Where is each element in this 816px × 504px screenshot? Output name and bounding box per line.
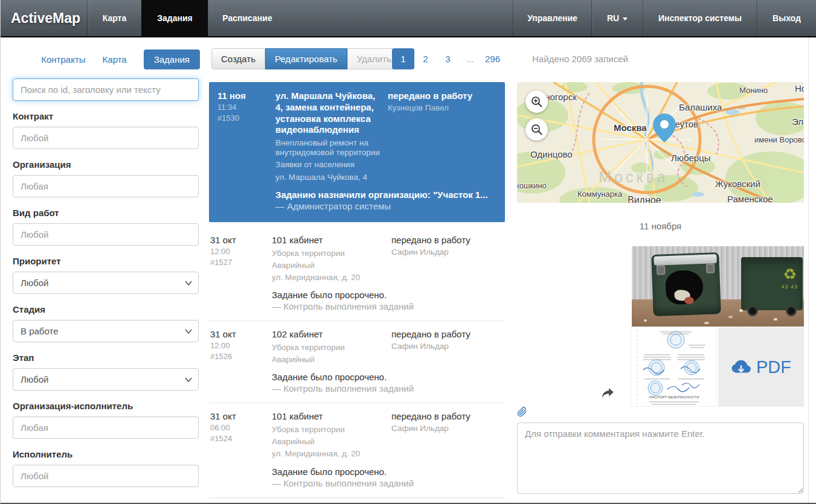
app-window: ActiveMap Карта Задания Расписание Управ… [0, 0, 816, 504]
task-detail-panel: расногорск Монино Но Балашиха Элект Реут… [517, 82, 804, 499]
map-zoom-in-button[interactable] [525, 91, 548, 113]
forward-arrow-icon[interactable] [602, 388, 614, 401]
task-address: ул. Меридианная, д. 20 [272, 273, 385, 282]
zoom-in-icon [531, 96, 543, 108]
filter-label-priority: Приоритет [13, 256, 199, 266]
map-label: Москва [599, 168, 668, 186]
edit-button[interactable]: Редактировать [265, 48, 347, 69]
nav-language-dropdown[interactable]: RU [591, 0, 643, 36]
section-switcher: Контракты Карта Задания [13, 48, 200, 70]
task-row-selected[interactable]: 11 ноя 11:34 #1530 ул. Маршала Чуйкова, … [209, 82, 505, 222]
executor-field[interactable] [13, 465, 199, 487]
task-time: 12:00 [210, 247, 266, 256]
priority-select[interactable]: Любой [13, 272, 199, 294]
task-work-type: Уборка территории [272, 425, 385, 435]
stage-value: В работе [21, 326, 59, 336]
attachment-document-scan[interactable]: ПАСПОРТ БЕЗОПАСНОСТИ [631, 327, 716, 407]
task-title: 101 кабинет [272, 411, 385, 423]
page-last[interactable]: 296 [481, 48, 504, 69]
task-date-cell: 31 окт 12:00 #1527 [210, 235, 266, 282]
photo-tipped-dumpster [651, 252, 721, 316]
task-status-cell: передано в работу Кузнецов Павел [388, 91, 496, 182]
task-last-event: Задание было просрочено. [272, 372, 504, 382]
work-type-field[interactable] [13, 223, 199, 246]
task-main-cell: 101 кабинет Уборка территории Аварийный … [272, 411, 385, 459]
attachment-pdf[interactable]: PDF [718, 327, 804, 407]
nav-logout[interactable]: Выход [757, 0, 816, 36]
task-event-author: — Контроль выполнения заданий [272, 301, 504, 311]
task-status: передано в работу [391, 235, 504, 245]
page-3[interactable]: 3 [437, 48, 459, 69]
attachment-photo-dumpsters[interactable]: ♻ 43 43 [632, 246, 804, 327]
nav-tab-map[interactable]: Карта [87, 0, 141, 36]
create-button[interactable]: Создать [211, 48, 265, 69]
filter-label-organization: Организация [13, 159, 199, 170]
task-row[interactable]: 31 окт 06:00 #1524 101 кабинет Уборка те… [209, 403, 505, 497]
photo-dumpster: ♻ 43 43 [741, 257, 803, 310]
page-2[interactable]: 2 [414, 48, 437, 69]
task-work-type: Уборка территории [272, 249, 385, 258]
filter-label-stage: Стадия [13, 304, 199, 314]
photo-bin-code: 43 43 [781, 284, 798, 290]
task-status-cell: передано в работу Сафин Ильдар [391, 329, 504, 365]
task-status: передано в работу [391, 329, 504, 339]
stage-select[interactable]: В работе [13, 320, 199, 342]
recycle-icon: ♻ [783, 266, 797, 283]
tab-tasks-active[interactable]: Задания [144, 49, 200, 69]
contract-field[interactable] [13, 127, 199, 149]
task-event-author: — Администратор системы [275, 201, 496, 211]
task-time: 12:00 [210, 341, 266, 350]
task-priority: Заявки от населения [275, 160, 382, 170]
task-date: 31 окт [210, 329, 266, 339]
nav-tab-management[interactable]: Управление [513, 0, 591, 36]
task-last-event: Задание было просрочено. [272, 290, 504, 300]
feed-date-separator: 11 ноября [517, 221, 804, 231]
document-scan-preview: ПАСПОРТ БЕЗОПАСНОСТИ [631, 328, 716, 407]
task-time: 06:00 [210, 423, 266, 432]
organization-field[interactable] [13, 175, 199, 197]
app-logo: ActiveMap [11, 0, 80, 36]
nav-user-menu[interactable]: Инспектор системы [643, 0, 757, 36]
filter-sidebar: Контракт Организация Вид работ Приоритет… [13, 78, 199, 504]
attach-file-paperclip-icon[interactable] [517, 407, 527, 419]
task-assignee: Кузнецов Павел [388, 103, 496, 112]
task-number: #1524 [210, 434, 266, 443]
task-title: 102 кабинет [272, 329, 385, 340]
map-zoom-out-button[interactable] [525, 118, 548, 141]
task-main-cell: ул. Маршала Чуйкова, 4, замена контейнер… [275, 91, 382, 182]
task-priority: Аварийный [272, 261, 385, 270]
task-priority: Аварийный [272, 355, 385, 365]
link-contracts[interactable]: Контракты [41, 54, 85, 65]
task-status: передано в работу [388, 91, 496, 101]
page-1[interactable]: 1 [392, 48, 414, 69]
task-date-cell: 31 окт 06:00 #1524 [210, 411, 266, 459]
task-event-author: — Контроль выполнения заданий [272, 478, 504, 488]
svg-text:ПАСПОРТ БЕЗОПАСНОСТИ: ПАСПОРТ БЕЗОПАСНОСТИ [649, 395, 699, 399]
nav-tab-schedule[interactable]: Расписание [208, 0, 286, 36]
search-input[interactable] [13, 78, 199, 101]
task-number: #1526 [210, 352, 266, 361]
task-date: 31 окт [210, 235, 266, 245]
page-ellipsis: ... [459, 48, 481, 69]
task-date-cell: 31 окт 12:00 #1526 [210, 329, 266, 365]
comment-input[interactable] [517, 423, 804, 494]
task-number: #1530 [217, 113, 269, 123]
task-priority: Аварийный [272, 437, 385, 447]
link-map[interactable]: Карта [103, 54, 127, 65]
task-event-author: — Контроль выполнения заданий [272, 383, 504, 394]
task-main-cell: 102 кабинет Уборка территории Аварийный [272, 329, 385, 365]
task-status: передано в работу [391, 411, 504, 421]
map-label: Балашиха [679, 102, 722, 112]
nav-tab-tasks[interactable]: Задания [141, 0, 208, 36]
task-assignee: Сафин Ильдар [391, 342, 504, 351]
task-row[interactable]: 31 окт 12:00 #1526 102 кабинет Уборка те… [209, 321, 505, 403]
task-location-map[interactable]: расногорск Монино Но Балашиха Элект Реут… [517, 82, 804, 203]
executor-org-field[interactable] [13, 416, 199, 439]
task-row[interactable]: 31 окт 06:00 #1525 102 кабинет Уборка те… [209, 498, 505, 504]
step-select[interactable]: Любой [13, 368, 199, 391]
task-row[interactable]: 31 окт 12:00 #1527 101 кабинет Уборка те… [209, 227, 505, 321]
task-list: 11 ноя 11:34 #1530 ул. Маршала Чуйкова, … [209, 82, 505, 504]
task-address: ул. Меридианная, д. 20 [272, 449, 385, 459]
filter-label-contract: Контракт [13, 111, 199, 121]
task-status-cell: передано в работу Сафин Ильдар [391, 235, 504, 282]
